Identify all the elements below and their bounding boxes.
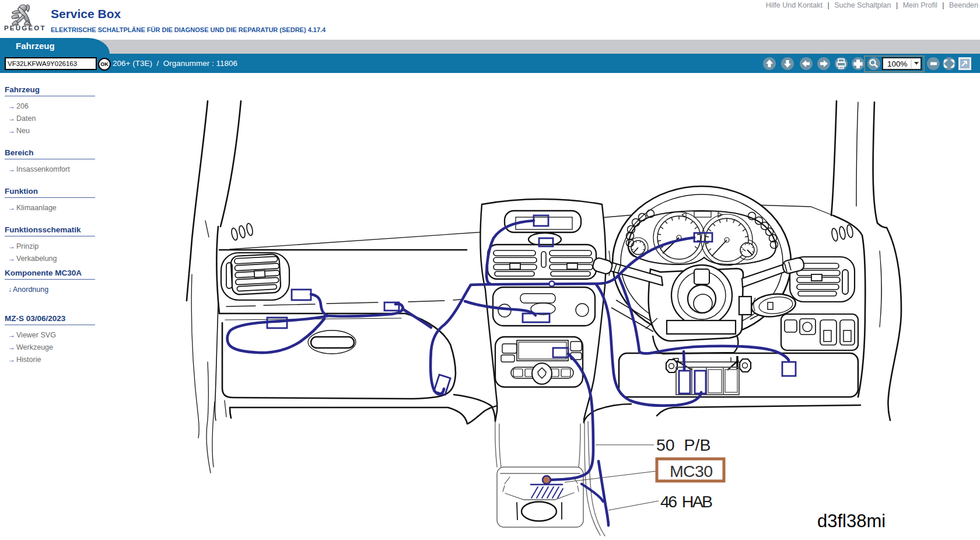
svg-text:46 HAB: 46 HAB (660, 492, 713, 511)
svg-text:50 P/B: 50 P/B (656, 436, 710, 454)
svg-text:MC30: MC30 (670, 462, 713, 480)
svg-text:100%: 100% (887, 60, 908, 68)
svg-text:d3fl38mi: d3fl38mi (817, 511, 886, 531)
